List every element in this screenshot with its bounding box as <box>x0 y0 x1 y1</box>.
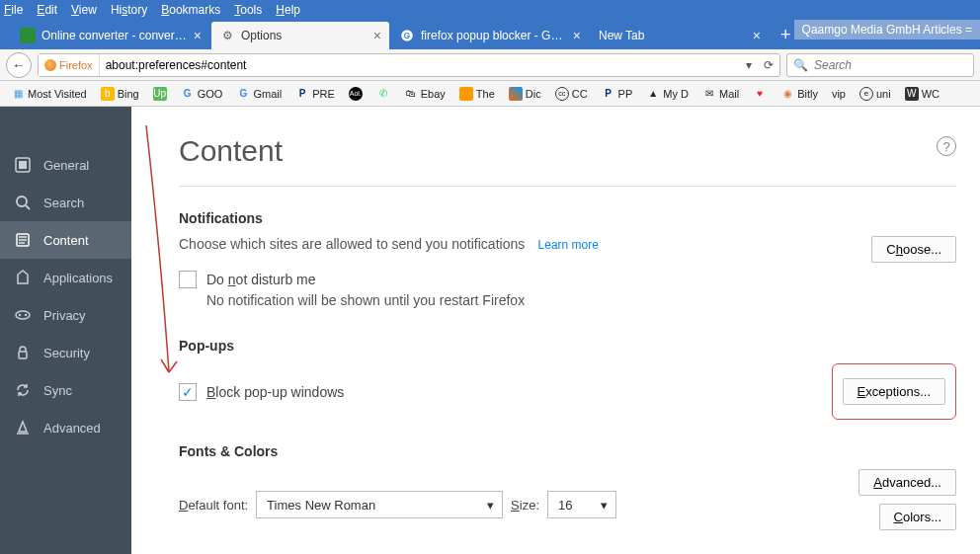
reload-icon[interactable]: ⟳ <box>758 58 779 72</box>
close-icon[interactable]: × <box>753 28 761 43</box>
advanced-icon <box>14 419 32 436</box>
sidebar-item-general[interactable]: General <box>0 146 131 184</box>
favicon-converter <box>20 28 36 43</box>
notification-banner[interactable]: Qaamgo Media GmbH Articles = <box>794 20 980 40</box>
bookmark-whatsapp[interactable]: ✆ <box>371 85 395 103</box>
preferences-content: ? Content Notifications Choose which sit… <box>131 107 980 554</box>
notifications-desc: Choose which sites are allowed to send y… <box>179 236 525 252</box>
bookmark-cc[interactable]: ccCC <box>550 85 593 103</box>
bookmark-bitly[interactable]: ◉Bitly <box>776 85 823 103</box>
advanced-fonts-button[interactable]: Advanced... <box>858 469 956 496</box>
upwork-icon: Up <box>153 87 167 101</box>
close-icon[interactable]: × <box>573 28 581 43</box>
url-input[interactable] <box>100 54 740 76</box>
search-input[interactable] <box>814 58 973 72</box>
autocomplete-caret-icon[interactable]: ▾ <box>740 58 758 72</box>
bookmark-heart[interactable]: ♥ <box>748 85 772 103</box>
bookmark-gmail[interactable]: GGmail <box>231 85 286 103</box>
sidebar-item-security[interactable]: Security <box>0 334 131 371</box>
dnd-checkbox[interactable] <box>179 271 197 288</box>
menu-view[interactable]: View <box>71 3 97 17</box>
bookmark-goo[interactable]: GGOO <box>176 85 228 103</box>
bookmark-pre[interactable]: PPRE <box>290 85 340 103</box>
help-icon[interactable]: ? <box>937 136 956 156</box>
bing-icon: b <box>101 87 115 101</box>
aol-icon: Aol. <box>349 87 363 101</box>
the-icon <box>459 87 473 101</box>
menu-bookmarks[interactable]: Bookmarks <box>161 3 220 17</box>
dnd-hint: No notification will be shown until you … <box>206 292 956 308</box>
exceptions-highlight: Exceptions... <box>832 363 956 420</box>
tab-strip: Online converter - convert ... × ⚙ Optio… <box>0 20 980 49</box>
nav-toolbar: ← Firefox ▾ ⟳ 🔍 <box>0 49 980 81</box>
favicon-google: G <box>399 28 415 43</box>
learn-more-link[interactable]: Learn more <box>538 238 599 252</box>
bookmark-vip[interactable]: vip <box>827 86 851 102</box>
size-label: Size: <box>511 498 539 513</box>
back-button[interactable]: ← <box>6 52 32 78</box>
content-icon <box>14 231 32 249</box>
heart-icon: ♥ <box>753 87 767 101</box>
main: General Search Content Applications Priv… <box>0 107 980 554</box>
bookmark-uni[interactable]: euni <box>855 85 896 103</box>
block-popups-checkbox[interactable]: ✓ <box>179 383 197 401</box>
font-size-select[interactable]: 16▾ <box>547 491 616 518</box>
menu-help[interactable]: Help <box>276 3 300 17</box>
svg-text:G: G <box>404 32 410 40</box>
menu-edit[interactable]: Edit <box>37 3 57 17</box>
url-bar[interactable]: Firefox ▾ ⟳ <box>38 53 780 77</box>
bookmark-ebay[interactable]: 🛍Ebay <box>399 85 450 103</box>
firefox-icon <box>44 59 56 71</box>
sidebar-item-applications[interactable]: Applications <box>0 259 131 296</box>
close-icon[interactable]: × <box>373 28 381 43</box>
tab-options[interactable]: ⚙ Options × <box>211 22 389 49</box>
sidebar-item-content[interactable]: Content <box>0 221 131 259</box>
exceptions-button[interactable]: Exceptions... <box>843 378 945 405</box>
dnd-label: Do not disturb me <box>206 272 316 287</box>
section-notifications-heading: Notifications <box>179 210 956 226</box>
applications-icon <box>14 269 32 286</box>
bookmark-dic[interactable]: Dic <box>504 85 546 103</box>
section-popups-heading: Pop-ups <box>179 338 956 354</box>
search-bar[interactable]: 🔍 <box>786 53 974 77</box>
sidebar-item-sync[interactable]: Sync <box>0 371 131 409</box>
bookmark-pp[interactable]: PPP <box>597 85 638 103</box>
bookmark-most-visited[interactable]: ▦Most Visited <box>6 85 92 103</box>
chevron-down-icon: ▾ <box>487 498 494 513</box>
dict-icon <box>509 87 523 101</box>
bookmark-myd[interactable]: ▲My D <box>641 85 694 103</box>
menu-tools[interactable]: Tools <box>234 3 262 17</box>
google-icon: G <box>181 87 195 101</box>
bookmark-wc[interactable]: WWC <box>900 85 944 103</box>
menu-file[interactable]: File <box>4 3 23 17</box>
menu-history[interactable]: History <box>111 3 147 17</box>
cc-icon: cc <box>555 87 569 101</box>
uni-icon: e <box>859 87 873 101</box>
sidebar-item-search[interactable]: Search <box>0 184 131 221</box>
tab-online-converter[interactable]: Online converter - convert ... × <box>12 22 209 49</box>
mail-icon: ✉ <box>702 87 716 101</box>
tab-google-search[interactable]: G firefox popup blocker - Goo... × <box>391 22 589 49</box>
bookmark-upwork[interactable]: Up <box>148 85 172 103</box>
bookmark-mail[interactable]: ✉Mail <box>697 85 744 103</box>
drive-icon: ▲ <box>646 87 660 101</box>
tab-label: Online converter - convert ... <box>41 29 188 42</box>
bookmark-bing[interactable]: bBing <box>96 85 144 103</box>
sidebar-item-privacy[interactable]: Privacy <box>0 296 131 334</box>
gear-icon: ⚙ <box>219 28 235 43</box>
svg-point-11 <box>19 314 21 316</box>
menu-bar: File Edit View History Bookmarks Tools H… <box>0 0 980 20</box>
divider <box>179 186 956 187</box>
identity-box[interactable]: Firefox <box>39 54 100 76</box>
choose-button[interactable]: Choose... <box>871 236 956 263</box>
wc-icon: W <box>905 87 919 101</box>
default-font-select[interactable]: Times New Roman▾ <box>256 491 503 518</box>
close-icon[interactable]: × <box>194 28 202 43</box>
colors-button[interactable]: Colors... <box>879 504 956 530</box>
page-title: Content <box>179 134 956 168</box>
tab-new-tab[interactable]: New Tab × <box>591 22 769 49</box>
bookmark-the[interactable]: The <box>454 85 500 103</box>
bookmark-aol[interactable]: Aol. <box>344 85 368 103</box>
sidebar-item-advanced[interactable]: Advanced <box>0 409 131 446</box>
sync-icon <box>14 381 32 399</box>
